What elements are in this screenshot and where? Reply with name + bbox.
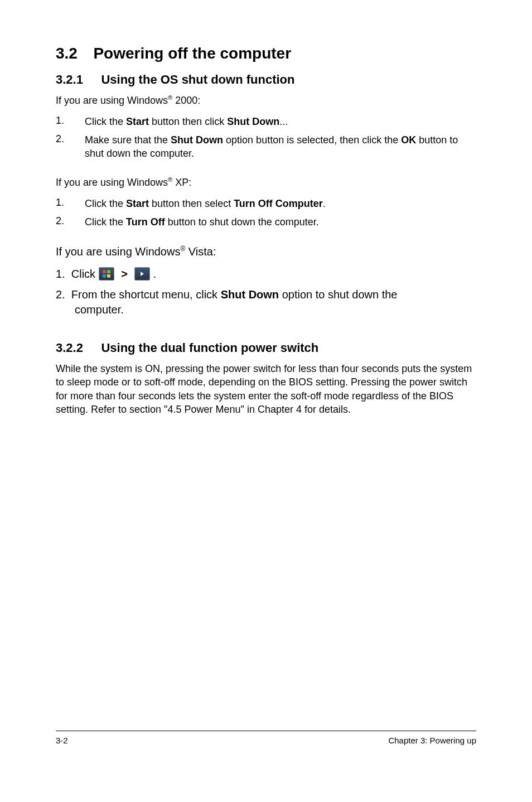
subsection-title: Using the dual function power switch [101, 341, 318, 355]
page-content: 3.2 Powering off the computer 3.2.1 Usin… [0, 0, 532, 731]
subsection-number: 3.2.2 [56, 341, 83, 355]
vista-step-2-cont: computer. [56, 302, 476, 317]
steps-windows-xp: 1. Click the Start button then select Tu… [56, 197, 476, 229]
step-text: Click the Turn Off button to shut down t… [85, 215, 319, 229]
text: XP: [172, 177, 191, 188]
vista-step-2: 2. From the shortcut menu, click Shut Do… [56, 287, 476, 317]
bold-shutdown: Shut Down [227, 116, 279, 127]
bold-start: Start [126, 198, 149, 209]
text: button then click [149, 116, 227, 127]
text: Make sure that the [85, 134, 171, 146]
text: Click the [85, 198, 126, 209]
list-item: 2. Click the Turn Off button to shut dow… [56, 215, 476, 229]
arrow-right-icon [134, 267, 150, 281]
step-text: Click the Start button then select Turn … [85, 197, 326, 210]
text: button to shut down the computer. [165, 216, 319, 228]
windows-start-icon [99, 267, 114, 281]
section-number: 3.2 [56, 45, 78, 62]
step-number: 1. [56, 197, 85, 210]
bold-turnoff: Turn Off [126, 216, 165, 228]
subsection-number: 3.2.1 [56, 73, 83, 86]
text: option to shut down the [279, 288, 397, 301]
vista-step-1: 1. Click > . [56, 267, 476, 281]
list-item: 2. Make sure that the Shut Down option b… [56, 133, 476, 161]
text: option button is selected, then click th… [223, 134, 401, 146]
text: 2000: [172, 95, 200, 106]
text: ... [279, 116, 288, 127]
intro-windows-vista: If you are using Windows® Vista: [56, 244, 476, 259]
step-number: 1. [56, 115, 85, 128]
text: . [323, 198, 326, 209]
greater-than: > [121, 268, 128, 281]
bold-turnoff-computer: Turn Off Computer [234, 198, 323, 209]
steps-windows-2000: 1. Click the Start button then click Shu… [56, 115, 476, 160]
subsection-322: 3.2.2 Using the dual function power swit… [56, 341, 476, 355]
subsection-title: Using the OS shut down function [101, 73, 294, 86]
registered-symbol: ® [168, 176, 172, 183]
period: . [153, 268, 157, 281]
text: 2. From the shortcut menu, click [56, 288, 221, 301]
intro-windows-2000: If you are using Windows® 2000: [56, 94, 476, 107]
bold-ok: OK [401, 134, 416, 146]
svg-marker-0 [141, 272, 144, 276]
step-text: Make sure that the Shut Down option butt… [85, 133, 476, 161]
step-number: 2. [56, 133, 85, 161]
text: If you are using Windows [56, 177, 168, 188]
text: If you are using Windows [56, 95, 168, 106]
registered-symbol: ® [168, 94, 172, 101]
text: If you are using Windows [56, 245, 180, 258]
chapter-label: Chapter 3: Powering up [388, 736, 476, 745]
bold-start: Start [126, 116, 149, 127]
page-number: 3-2 [56, 736, 68, 745]
list-item: 1. Click the Start button then click Shu… [56, 115, 476, 128]
list-item: 1. Click the Start button then select Tu… [56, 197, 476, 210]
text: button then select [149, 198, 234, 209]
registered-symbol: ® [180, 245, 185, 253]
text: Click the [85, 216, 126, 228]
paragraph-dual-power-switch: While the system is ON, pressing the pow… [56, 362, 476, 416]
text: 1. Click [56, 268, 95, 281]
text: Click the [85, 116, 126, 127]
step-text: Click the Start button then click Shut D… [85, 115, 288, 128]
text: Vista: [185, 245, 216, 258]
bold-shutdown: Shut Down [171, 134, 223, 146]
subsection-321: 3.2.1 Using the OS shut down function [56, 73, 476, 87]
bold-shutdown: Shut Down [221, 288, 279, 301]
section-heading: 3.2 Powering off the computer [56, 45, 476, 62]
section-title: Powering off the computer [93, 45, 291, 62]
intro-windows-xp: If you are using Windows® XP: [56, 176, 476, 189]
page-footer: 3-2 Chapter 3: Powering up [0, 731, 532, 745]
step-number: 2. [56, 215, 85, 229]
